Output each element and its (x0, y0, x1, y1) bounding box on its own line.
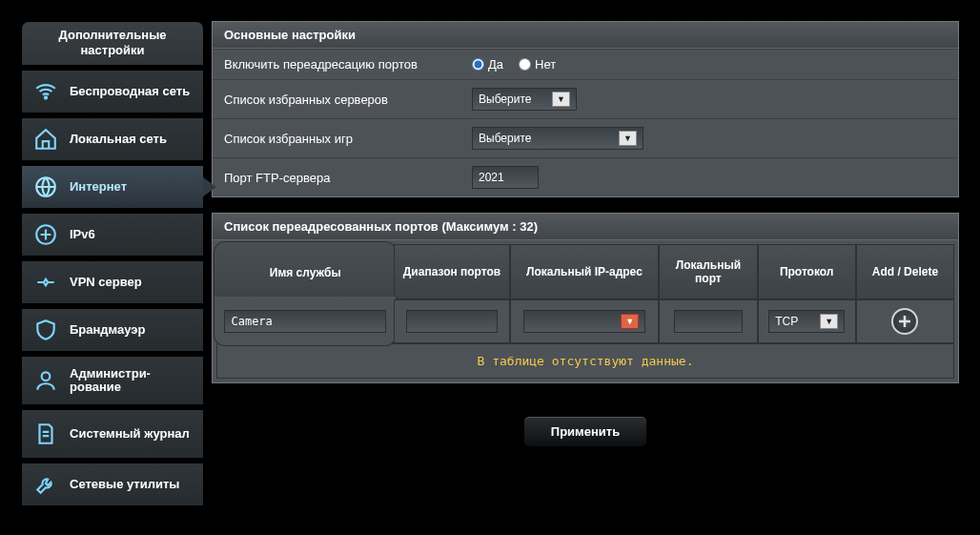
port-list-title: Список переадресованных портов (Максимум… (213, 214, 958, 240)
fav-games-select[interactable]: Выберите ▼ (472, 127, 643, 150)
sidebar-item-label: Локальная сеть (70, 133, 167, 146)
col-range: Диапазон портов (394, 244, 509, 299)
col-add: Add / Delete (856, 244, 954, 299)
sidebar-item-ipv6[interactable]: IPv6 (21, 213, 204, 257)
chevron-down-icon: ▼ (820, 314, 838, 329)
radio-yes[interactable]: Да (472, 57, 503, 72)
fav-servers-label: Список избранных серверов (224, 93, 472, 107)
wifi-icon (33, 79, 58, 104)
radio-no[interactable]: Нет (519, 57, 556, 72)
svg-point-3 (42, 373, 51, 381)
sidebar-item-syslog[interactable]: Системный журнал (21, 409, 204, 459)
sidebar-item-label: IPv6 (70, 228, 95, 241)
sidebar-item-label: Брандмауэр (70, 323, 145, 337)
fav-games-value: Выберите (479, 132, 531, 145)
vpn-icon (33, 270, 58, 295)
home-icon (33, 127, 58, 152)
sidebar-item-vpn[interactable]: VPN сервер (21, 260, 204, 304)
fav-games-label: Список избранных игр (224, 132, 472, 146)
content-area: Основные настройки Включить переадресаци… (212, 21, 959, 506)
sidebar-item-label: Системный журнал (70, 427, 190, 441)
admin-icon (33, 368, 58, 393)
ftp-port-input[interactable] (472, 166, 539, 189)
enable-forwarding-label: Включить переадресацию портов (224, 57, 472, 72)
plus-icon (897, 314, 912, 329)
radio-no-input[interactable] (519, 58, 531, 71)
chevron-down-icon: ▼ (619, 131, 637, 146)
sidebar-item-wireless[interactable]: Беспроводная сеть (21, 70, 204, 113)
fav-servers-value: Выберите (479, 93, 531, 106)
sidebar-item-internet[interactable]: Интернет (21, 165, 204, 209)
port-range-input[interactable] (406, 310, 498, 333)
sidebar-header: Дополнительные настройки (21, 21, 204, 66)
log-icon (33, 422, 58, 446)
sidebar-item-label: VPN сервер (70, 276, 142, 289)
apply-button[interactable]: Применить (523, 416, 647, 447)
radio-yes-input[interactable] (472, 58, 484, 71)
service-name-input[interactable] (224, 310, 386, 333)
chevron-down-icon: ▼ (552, 92, 570, 107)
ipv6-icon (33, 222, 58, 247)
fav-servers-select[interactable]: Выберите ▼ (472, 88, 577, 111)
local-port-input[interactable] (674, 310, 742, 333)
port-table-row: ▼ TCP ▼ (216, 299, 954, 343)
sidebar: Дополнительные настройки Беспроводная се… (21, 21, 204, 506)
col-ip: Локальный IP-адрес (510, 244, 660, 299)
chevron-down-icon: ▼ (621, 314, 639, 329)
sidebar-item-label: Сетевые утилиты (70, 478, 179, 491)
add-row-button[interactable] (891, 308, 918, 335)
no-data-message: В таблице отсутствуют данные. (216, 343, 954, 379)
protocol-select[interactable]: TCP ▼ (768, 310, 845, 333)
col-service: Имя службы (214, 241, 397, 302)
protocol-value: TCP (775, 315, 798, 328)
local-ip-select[interactable]: ▼ (523, 310, 645, 333)
shield-icon (33, 318, 58, 342)
radio-no-label: Нет (535, 57, 556, 72)
sidebar-item-admin[interactable]: Администри- рование (21, 356, 204, 405)
sidebar-item-label: Администри- рование (70, 367, 151, 395)
ftp-port-label: Порт FTP-сервера (224, 171, 472, 185)
basic-settings-panel: Основные настройки Включить переадресаци… (212, 21, 959, 197)
radio-yes-label: Да (488, 57, 503, 72)
col-port: Локальный порт (659, 244, 757, 299)
sidebar-item-label: Интернет (70, 180, 127, 194)
globe-icon (33, 175, 58, 199)
svg-point-0 (45, 97, 47, 99)
sidebar-item-tools[interactable]: Сетевые утилиты (21, 463, 204, 506)
sidebar-item-firewall[interactable]: Брандмауэр (21, 308, 204, 352)
sidebar-item-label: Беспроводная сеть (70, 85, 190, 98)
wrench-icon (33, 472, 58, 497)
port-list-panel: Список переадресованных портов (Максимум… (212, 213, 959, 383)
port-table-header: Имя службы Диапазон портов Локальный IP-… (216, 244, 954, 299)
basic-settings-title: Основные настройки (213, 22, 958, 49)
col-proto: Протокол (758, 244, 856, 299)
sidebar-item-lan[interactable]: Локальная сеть (21, 117, 204, 161)
